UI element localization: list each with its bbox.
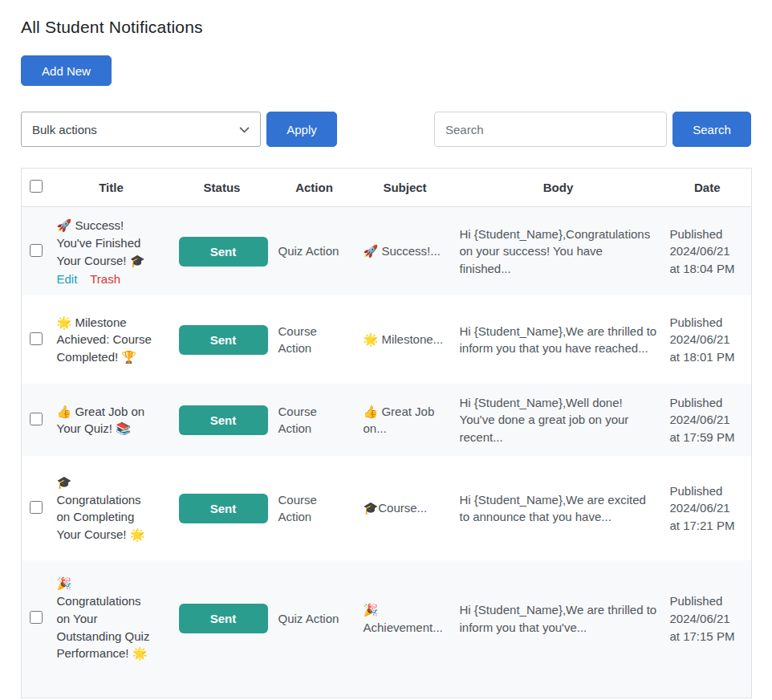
header-subject: Subject — [357, 169, 453, 207]
status-badge: Sent — [179, 237, 268, 267]
body-cell: Hi {Student_Name},Well done! You've done… — [453, 384, 664, 456]
row-actions: Edit Trash — [57, 272, 166, 286]
date-cell: Published 2024/06/21 at 18:04 PM — [664, 207, 752, 296]
row-checkbox[interactable] — [30, 413, 43, 425]
bulk-actions-select-wrap: Bulk actions — [21, 112, 261, 147]
table-row: 👍 Great Job on Your Quiz! 📚 Sent Course … — [22, 384, 752, 456]
header-status: Status — [173, 169, 272, 207]
body-cell: Hi {Student_Name},We are thrilled to inf… — [453, 560, 664, 677]
action-cell: Quiz Action — [272, 560, 357, 677]
bulk-actions-select[interactable]: Bulk actions — [21, 112, 261, 147]
subject-cell: 🎓Course... — [357, 456, 453, 560]
row-checkbox[interactable] — [30, 501, 43, 514]
status-badge: Sent — [179, 405, 268, 435]
row-checkbox[interactable] — [30, 611, 43, 624]
notification-title[interactable]: 👍 Great Job on Your Quiz! 📚 — [57, 403, 166, 438]
trash-link[interactable]: Trash — [90, 272, 120, 286]
search-input[interactable] — [434, 112, 667, 147]
date-cell: Published 2024/06/21 at 17:59 PM — [664, 384, 752, 456]
header-action: Action — [272, 169, 357, 207]
date-cell: Published 2024/06/21 at 18:01 PM — [664, 295, 752, 384]
body-cell: Hi {Student_Name},We are thrilled to inf… — [453, 295, 664, 384]
header-title: Title — [51, 169, 173, 207]
subject-cell: 🎉 Achievement... — [357, 560, 453, 677]
table-row: 🎓 Congratulations on Completing Your Cou… — [22, 456, 752, 560]
body-cell: Hi {Student_Name},We are excited to anno… — [453, 456, 664, 560]
notification-title[interactable]: 🎉 Congratulations on Your Outstanding Qu… — [57, 575, 166, 662]
row-checkbox[interactable] — [30, 332, 43, 345]
subject-cell: 🚀 Success!... — [357, 207, 453, 296]
select-all-checkbox[interactable] — [30, 180, 43, 193]
notification-title[interactable]: 🚀 Success! You've Finished Your Course! … — [57, 217, 166, 269]
notifications-table: Title Status Action Subject Body Date 🚀 … — [21, 168, 752, 698]
toolbar: Bulk actions Apply Search — [21, 112, 751, 147]
notification-title[interactable]: 🎓 Congratulations on Completing Your Cou… — [57, 474, 166, 543]
action-cell: Quiz Action — [272, 207, 357, 296]
row-checkbox[interactable] — [30, 244, 43, 257]
subject-cell: 🌟 Milestone... — [357, 295, 453, 384]
header-body: Body — [453, 169, 664, 207]
page-title: All Student Notifications — [21, 18, 751, 37]
status-badge: Sent — [179, 494, 268, 523]
table-footer-strip — [22, 677, 752, 698]
action-cell: Course Action — [272, 456, 357, 560]
action-cell: Course Action — [272, 384, 357, 456]
status-badge: Sent — [179, 325, 268, 355]
add-new-button[interactable]: Add New — [21, 55, 112, 86]
table-footer-row — [22, 677, 752, 698]
action-cell: Course Action — [272, 295, 357, 384]
date-cell: Published 2024/06/21 at 17:21 PM — [664, 456, 752, 560]
apply-button[interactable]: Apply — [266, 112, 337, 147]
edit-link[interactable]: Edit — [57, 272, 78, 286]
table-row: 🎉 Congratulations on Your Outstanding Qu… — [22, 560, 752, 677]
table-row: 🚀 Success! You've Finished Your Course! … — [22, 207, 752, 296]
search-button[interactable]: Search — [672, 112, 751, 147]
header-date: Date — [664, 169, 752, 207]
subject-cell: 👍 Great Job on... — [357, 384, 453, 456]
notification-title[interactable]: 🌟 Milestone Achieved: Course Completed! … — [57, 314, 166, 366]
status-badge: Sent — [179, 604, 268, 633]
date-cell: Published 2024/06/21 at 17:15 PM — [664, 560, 752, 677]
body-cell: Hi {Student_Name},Congratulations on you… — [453, 207, 664, 296]
table-header-row: Title Status Action Subject Body Date — [22, 169, 752, 207]
table-row: 🌟 Milestone Achieved: Course Completed! … — [22, 295, 752, 384]
